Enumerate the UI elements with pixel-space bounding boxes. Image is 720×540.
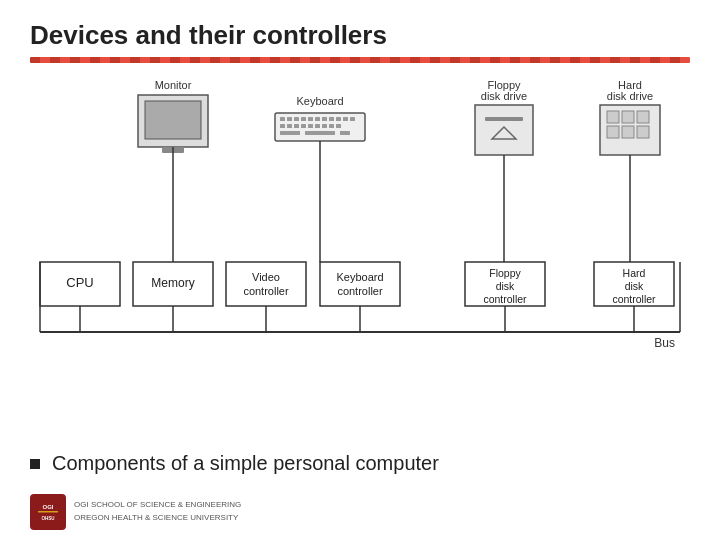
svg-rect-23 bbox=[485, 117, 523, 121]
svg-rect-17 bbox=[322, 124, 327, 128]
svg-rect-14 bbox=[301, 124, 306, 128]
svg-rect-29 bbox=[622, 126, 634, 138]
bullet-section: Components of a simple personal computer bbox=[30, 452, 439, 475]
video-controller-label2: controller bbox=[243, 285, 289, 297]
svg-rect-15 bbox=[308, 124, 313, 128]
svg-rect-30 bbox=[637, 126, 649, 138]
bullet-text: Components of a simple personal computer bbox=[52, 452, 439, 475]
cpu-label: CPU bbox=[66, 275, 93, 290]
svg-rect-21 bbox=[305, 131, 335, 135]
keyboard-controller-box bbox=[320, 262, 400, 306]
svg-rect-25 bbox=[607, 111, 619, 123]
bus-label: Bus bbox=[654, 336, 675, 350]
svg-text:OGI: OGI bbox=[42, 504, 53, 510]
bullet-icon bbox=[30, 459, 40, 469]
floppy-controller-label3: controller bbox=[483, 293, 527, 305]
keyboard-controller-label1: Keyboard bbox=[336, 271, 383, 283]
video-controller-label1: Video bbox=[252, 271, 280, 283]
svg-rect-0 bbox=[280, 117, 285, 121]
svg-rect-2 bbox=[294, 117, 299, 121]
memory-label: Memory bbox=[151, 276, 194, 290]
svg-rect-41 bbox=[38, 511, 58, 513]
svg-rect-5 bbox=[315, 117, 320, 121]
floppy-drive-label2: disk drive bbox=[481, 90, 527, 102]
svg-rect-1 bbox=[287, 117, 292, 121]
svg-rect-4 bbox=[308, 117, 313, 121]
keyboard-controller-label2: controller bbox=[337, 285, 383, 297]
svg-rect-26 bbox=[622, 111, 634, 123]
footer: OGI OHSU OGI SCHOOL OF SCIENCE & ENGINEE… bbox=[30, 494, 241, 530]
svg-text:OHSU: OHSU bbox=[41, 516, 54, 521]
footer-text: OGI SCHOOL OF SCIENCE & ENGINEERING OREG… bbox=[74, 499, 241, 525]
hard-controller-label2: disk bbox=[625, 280, 644, 292]
decorative-bar bbox=[30, 57, 690, 63]
footer-logo: OGI OHSU bbox=[30, 494, 66, 530]
svg-rect-7 bbox=[329, 117, 334, 121]
floppy-controller-label1: Floppy bbox=[489, 267, 521, 279]
svg-rect-22 bbox=[340, 131, 350, 135]
slide-title: Devices and their controllers bbox=[30, 20, 690, 51]
svg-rect-8 bbox=[336, 117, 341, 121]
svg-rect-20 bbox=[280, 131, 300, 135]
hard-drive-label2: disk drive bbox=[607, 90, 653, 102]
footer-line1: OGI SCHOOL OF SCIENCE & ENGINEERING bbox=[74, 499, 241, 512]
keyboard-device-label: Keyboard bbox=[296, 95, 343, 107]
svg-rect-9 bbox=[343, 117, 348, 121]
monitor-screen bbox=[145, 101, 201, 139]
slide: Devices and their controllers Monitor Ke… bbox=[0, 0, 720, 540]
footer-line2: OREGON HEALTH & SCIENCE UNIVERSITY bbox=[74, 512, 241, 525]
hard-controller-label3: controller bbox=[612, 293, 656, 305]
svg-rect-19 bbox=[336, 124, 341, 128]
diagram-svg: Monitor Keyboard Floppy disk drive Ha bbox=[30, 77, 690, 367]
svg-rect-3 bbox=[301, 117, 306, 121]
floppy-icon bbox=[475, 105, 533, 155]
monitor-label: Monitor bbox=[155, 79, 192, 91]
hard-controller-label1: Hard bbox=[623, 267, 646, 279]
svg-rect-12 bbox=[287, 124, 292, 128]
video-controller-box bbox=[226, 262, 306, 306]
svg-rect-11 bbox=[280, 124, 285, 128]
logo-icon: OGI OHSU bbox=[34, 498, 62, 526]
svg-rect-16 bbox=[315, 124, 320, 128]
svg-rect-6 bbox=[322, 117, 327, 121]
diagram: Monitor Keyboard Floppy disk drive Ha bbox=[30, 77, 690, 367]
svg-rect-13 bbox=[294, 124, 299, 128]
svg-rect-18 bbox=[329, 124, 334, 128]
svg-rect-10 bbox=[350, 117, 355, 121]
svg-rect-28 bbox=[607, 126, 619, 138]
floppy-controller-label2: disk bbox=[496, 280, 515, 292]
svg-rect-27 bbox=[637, 111, 649, 123]
